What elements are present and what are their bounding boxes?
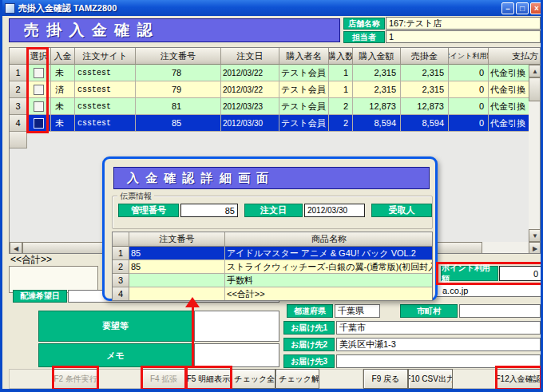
column-header-11: 支払方 — [489, 48, 541, 65]
detail-grid-header: 注文番号商品名称 — [113, 232, 433, 246]
order-date-cell: 2012/03/30 — [221, 115, 279, 132]
page-title: 売 掛 入 金 確 認 — [9, 18, 340, 42]
detail-order-number-cell — [129, 274, 225, 287]
detail-column-header-2: 商品名称 — [225, 232, 433, 247]
amount-cell: 8,594 — [353, 115, 401, 132]
amount-cell: 12,873 — [353, 98, 401, 115]
column-header-8: 購入金額 — [353, 48, 401, 65]
order-row-1[interactable]: 1未csstest782012/03/22テスト会員12,3152,3150代金… — [10, 65, 541, 81]
detail-row-2[interactable]: 285ストライクウィッチーズ-白銀の翼-(通常版)(初回封入 — [113, 260, 433, 274]
scroll-down-icon[interactable]: ▼ — [529, 229, 541, 242]
address3-label: お届け先3 — [283, 354, 335, 368]
row-number: 3 — [10, 98, 27, 115]
order-number-cell: 78 — [136, 65, 221, 81]
payment-status-cell: 未 — [51, 65, 75, 81]
detail-order-number-cell — [129, 287, 225, 301]
detail-column-header-0 — [113, 232, 129, 247]
close-button[interactable]: × — [530, 2, 543, 14]
column-header-0 — [10, 48, 27, 65]
dialog-title: 入 金 確 認 詳 細 画 面 — [113, 167, 430, 189]
detail-row-4[interactable]: 4<<合計>> — [113, 287, 433, 301]
slip-info-group-label: 伝票情報 — [117, 191, 154, 202]
maximize-button[interactable]: □ — [516, 2, 529, 14]
annotation-fkey-5 — [184, 366, 232, 390]
scroll-up-icon[interactable]: ▲ — [529, 65, 541, 77]
payment-status-cell: 済 — [51, 81, 75, 98]
order-date-field[interactable]: 2012/03/30 — [304, 204, 365, 217]
annotation-checkbox-column — [26, 47, 49, 133]
fkey-button-f6[interactable]: F6 チェック全て — [231, 369, 275, 389]
column-header-10: ポイント利用額 — [449, 48, 489, 65]
column-header-6: 購入者名 — [279, 48, 329, 65]
fkey-button-f10[interactable]: F10 CSV出力 — [408, 369, 453, 389]
fkey-slot-3 — [98, 369, 142, 389]
receivable-cell: 12,873 — [401, 98, 449, 115]
column-header-3: 注文サイト — [75, 48, 136, 65]
prefecture-field[interactable]: 千葉県 — [335, 304, 380, 318]
payment-detail-dialog: 入 金 確 認 詳 細 画 面 伝票情報 管理番号 85 注文日 2012/03… — [102, 156, 438, 301]
fkey-button-f9[interactable]: F9 戻る — [363, 369, 408, 389]
quantity-cell: 1 — [329, 81, 353, 98]
order-row-2[interactable]: 2済csstest792012/03/22テスト会員12,3152,3150代金… — [10, 81, 541, 98]
address2-field[interactable]: 美浜区中瀬1-3 — [336, 338, 541, 351]
order-row-3[interactable]: 3未csstest812012/03/23テスト会員212,87312,8730… — [10, 98, 541, 115]
order-date-cell: 2012/03/23 — [221, 98, 279, 115]
minimize-button[interactable]: － — [501, 2, 514, 14]
annotation-fkey-4 — [141, 366, 188, 390]
column-header-9: 売掛金 — [401, 48, 449, 65]
detail-row-number: 3 — [113, 274, 129, 287]
row-number: 1 — [10, 65, 27, 81]
order-date-label: 注文日 — [244, 204, 303, 217]
memo-textarea[interactable] — [194, 343, 279, 367]
receivable-cell: 2,315 — [401, 81, 449, 98]
points-cell: 0 — [449, 65, 489, 81]
control-number-field[interactable]: 85 — [180, 204, 238, 217]
quantity-cell: 2 — [329, 98, 353, 115]
vertical-scroll-thumb[interactable] — [529, 77, 541, 101]
column-header-2: 入金 — [51, 48, 75, 65]
control-number-label: 管理番号 — [118, 204, 179, 217]
points-cell: 0 — [449, 98, 489, 115]
detail-item-name-cell: <<合計>> — [225, 287, 433, 301]
order-site-cell: csstest — [75, 81, 136, 98]
fkey-slot-1 — [9, 369, 54, 389]
points-cell: 0 — [449, 81, 489, 98]
address1-label: お届け先1 — [283, 321, 335, 335]
order-site-cell: csstest — [75, 65, 136, 81]
orders-grid-header: 選択入金注文サイト注文番号注文日購入者名購入数購入金額売掛金ポイント利用額支払方 — [10, 48, 541, 65]
detail-order-number-cell: 85 — [129, 247, 225, 260]
city-field[interactable] — [459, 304, 541, 318]
order-number-cell: 81 — [136, 98, 221, 115]
detail-items-grid: 注文番号商品名称 185アイドルマスター アニメ & G4U! パック VOL.… — [112, 232, 433, 301]
order-number-cell: 79 — [136, 81, 221, 98]
row-number: 2 — [10, 81, 27, 98]
detail-row-number: 2 — [113, 260, 129, 274]
store-name-label: 店舗名称 — [343, 18, 385, 30]
column-header-4: 注文番号 — [136, 48, 221, 65]
app-window: 売掛入金確認 TAMZ2800 － □ × 売 掛 入 金 確 認 店舗名称 1… — [0, 0, 543, 392]
memo-label: メモ — [38, 343, 192, 367]
row-number: 4 — [10, 115, 27, 132]
annotation-fkey-12 — [495, 366, 543, 390]
order-row-4[interactable]: 4未csstest852012/03/30テスト会員28,5948,5940代金… — [10, 115, 541, 132]
address1-field[interactable]: 千葉市 — [336, 321, 541, 335]
quantity-cell: 2 — [329, 115, 353, 132]
fkey-slot-8 — [319, 369, 363, 389]
request-label: 要望等 — [38, 311, 192, 342]
scroll-right-icon[interactable]: ▶ — [529, 242, 541, 254]
detail-item-name-cell: アイドルマスター アニメ & G4U! パック VOL.2 — [225, 247, 433, 260]
store-name-field[interactable]: 167:テスト店 — [386, 17, 541, 30]
detail-row-number: 4 — [113, 287, 129, 301]
request-textarea[interactable] — [194, 311, 279, 342]
detail-row-3[interactable]: 3手数料 — [113, 274, 433, 287]
column-header-7: 購入数 — [329, 48, 353, 65]
staff-label: 担当者 — [343, 31, 385, 43]
detail-row-1[interactable]: 185アイドルマスター アニメ & G4U! パック VOL.2 — [113, 247, 433, 260]
city-label: 市町村 — [400, 304, 458, 318]
annotation-point-usage — [436, 262, 543, 285]
fkey-button-f7[interactable]: F7 チェック解除 — [275, 369, 320, 389]
staff-field[interactable]: 1 — [386, 30, 541, 43]
order-site-cell: csstest — [75, 115, 136, 132]
buyer-cell: テスト会員 — [279, 98, 329, 115]
address2-label: お届け先2 — [283, 338, 335, 351]
